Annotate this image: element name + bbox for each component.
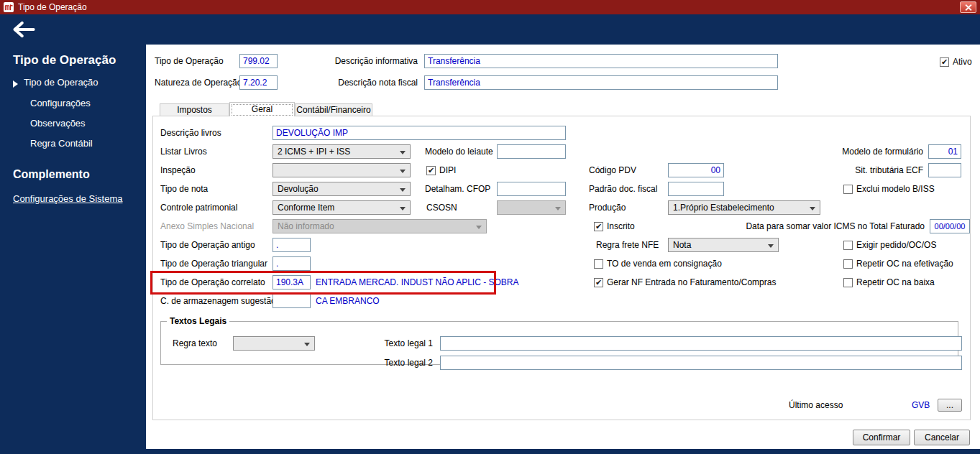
regra-frete-nfe-label: Regra frete NFE [596, 238, 659, 252]
sidebar-item-regra-contabil[interactable]: Regra Contábil [30, 138, 93, 149]
sidebar-item-tipo-de-operacao[interactable]: Tipo de Operação [24, 77, 99, 88]
tipo-operacao-correlato-input[interactable] [273, 275, 311, 289]
tipo-operacao-input[interactable] [239, 54, 278, 68]
gerar-nf-entrada-label: Gerar NF Entrada no Faturamento/Compras [607, 277, 776, 287]
exclui-modelo-biss-checkbox[interactable]: Exclui modelo B/ISS [843, 182, 935, 195]
checkbox-box [426, 166, 436, 175]
ativo-checkbox[interactable]: Ativo [940, 55, 972, 68]
codigo-pdv-label: Código PDV [589, 163, 636, 177]
sidebar-item-observacoes[interactable]: Observações [30, 118, 86, 129]
tab-geral[interactable]: Geral [229, 102, 295, 116]
anexo-simples-nacional-select: Não informado [273, 219, 487, 233]
tab-impostos[interactable]: Impostos [160, 103, 229, 116]
checkbox-box [594, 278, 603, 287]
texto-legal-1-label: Texto legal 1 [326, 336, 433, 351]
sidebar-section-complemento: Complemento [13, 168, 90, 181]
ca-sugestao-hint: CA EMBRANCO [316, 294, 380, 308]
listar-livros-select[interactable]: 2 ICMS + IPI + ISS [273, 144, 411, 159]
checkbox-box [843, 185, 853, 194]
exclui-modelo-biss-label: Exclui modelo B/ISS [856, 184, 935, 194]
exigir-pedido-checkbox[interactable]: Exigir pedido/OC/OS [843, 238, 936, 251]
checkbox-box [843, 241, 853, 250]
tipo-operacao-correlato-hint: ENTRADA MERCAD. INDUST NÃO APLIC - SOBRA [316, 275, 519, 289]
regra-texto-select[interactable] [233, 336, 315, 351]
anexo-simples-nacional-label: Anexo Simples Nacional [160, 219, 254, 233]
checkbox-box [843, 259, 853, 269]
tipo-nota-label: Tipo de nota [160, 182, 208, 196]
descricao-informativa-label: Descrição informativa [326, 54, 418, 68]
data-icms-label: Data para somar valor ICMS no Total Fatu… [743, 219, 925, 233]
tab-contabil-financeiro[interactable]: Contábil/Financeiro [295, 103, 372, 116]
tipo-operacao-label: Tipo de Operação [155, 54, 224, 68]
ultimo-acesso-more-button[interactable]: ... [938, 399, 962, 412]
gerar-nf-entrada-checkbox[interactable]: Gerar NF Entrada no Faturamento/Compras [594, 276, 776, 289]
confirmar-button[interactable]: Confirmar [853, 430, 910, 445]
padrao-doc-fiscal-input[interactable] [668, 182, 724, 196]
selected-item-arrow-icon [13, 80, 18, 88]
cancelar-button[interactable]: Cancelar [914, 430, 970, 445]
tipo-operacao-triangular-label: Tipo de Operação triangular [160, 256, 267, 271]
sit-tributaria-ecf-label: Sit. tributária ECF [804, 163, 923, 177]
close-button[interactable] [960, 1, 976, 13]
tipo-operacao-antigo-label: Tipo de Operação antigo [160, 238, 255, 252]
detalham-cfop-label: Detalham. CFOP [425, 182, 490, 196]
csosn-select[interactable] [497, 200, 566, 215]
dipi-checkbox[interactable]: DIPI [426, 164, 456, 177]
modelo-leiaute-input[interactable] [497, 144, 566, 159]
descricao-nota-fiscal-input[interactable] [424, 75, 778, 90]
repetir-oc-baixa-checkbox[interactable]: Repetir OC na baixa [843, 276, 935, 289]
regra-texto-label: Regra texto [173, 336, 217, 351]
ca-sugestao-input[interactable] [273, 294, 311, 308]
sidebar-link-configuracoes-de-sistema[interactable]: Configurações de Sistema [13, 193, 122, 204]
back-arrow-icon [15, 23, 34, 36]
sidebar-section-title: Tipo de Operação [13, 53, 116, 68]
csosn-label: CSOSN [426, 200, 457, 215]
title-bar: Tipo de Operação [0, 0, 980, 14]
sidebar-item-configuracoes[interactable]: Configurações [30, 98, 91, 108]
ativo-checkbox-label: Ativo [953, 57, 972, 67]
descricao-informativa-input[interactable] [424, 54, 778, 68]
to-venda-consignacao-label: TO de venda em consignação [607, 259, 722, 269]
dipi-checkbox-label: DIPI [439, 165, 456, 175]
geral-tab-content: Descrição livros Listar Livros 2 ICMS + … [152, 116, 971, 420]
back-button[interactable] [12, 20, 36, 39]
tipo-operacao-antigo-input[interactable] [273, 238, 311, 252]
ultimo-acesso-label: Último acesso [789, 398, 843, 412]
natureza-operacao-input[interactable] [239, 75, 278, 90]
texto-legal-1-input[interactable] [440, 336, 962, 351]
ultimo-acesso-value: GVB [912, 398, 930, 412]
close-icon [965, 4, 971, 11]
window-title: Tipo de Operação [18, 2, 87, 12]
descricao-livros-input[interactable] [273, 126, 566, 140]
inspecao-select[interactable] [273, 163, 411, 177]
producao-select[interactable]: 1.Próprio Estabelecimento [668, 200, 820, 215]
inscrito-checkbox-label: Inscrito [607, 221, 635, 231]
controle-patrimonial-select[interactable]: Conforme Item [273, 200, 411, 215]
repetir-oc-efetivacao-label: Repetir OC na efetivação [856, 259, 953, 269]
checkbox-box [843, 278, 853, 287]
detalham-cfop-input[interactable] [497, 182, 566, 196]
inscrito-checkbox[interactable]: Inscrito [594, 220, 635, 233]
checkbox-box [594, 259, 603, 269]
regra-frete-nfe-select[interactable]: Nota [668, 238, 779, 252]
checkbox-box [940, 57, 949, 67]
ca-sugestao-label: C. de armazenagem sugestão [160, 294, 276, 308]
modelo-formulario-input[interactable] [928, 144, 961, 159]
to-venda-consignacao-checkbox[interactable]: TO de venda em consignação [594, 257, 722, 270]
tipo-nota-select[interactable]: Devolução [273, 182, 411, 196]
texto-legal-2-input[interactable] [440, 356, 962, 370]
descricao-nota-fiscal-label: Descrição nota fiscal [326, 75, 418, 90]
codigo-pdv-input[interactable] [668, 163, 724, 177]
main-panel: Tipo de Operação Natureza de Operação De… [146, 45, 980, 449]
modelo-formulario-label: Modelo de formulário [804, 144, 923, 159]
tipo-operacao-triangular-input[interactable] [273, 256, 311, 271]
controle-patrimonial-label: Controle patrimonial [160, 200, 237, 215]
descricao-livros-label: Descrição livros [160, 126, 221, 140]
texto-legal-2-label: Texto legal 2 [326, 356, 433, 370]
sit-tributaria-ecf-input[interactable] [928, 163, 961, 177]
checkbox-box [594, 222, 603, 231]
data-icms-input[interactable] [930, 219, 970, 233]
repetir-oc-efetivacao-checkbox[interactable]: Repetir OC na efetivação [843, 257, 953, 270]
natureza-operacao-label: Natureza de Operação [155, 75, 242, 90]
navigation-bar [0, 14, 980, 45]
